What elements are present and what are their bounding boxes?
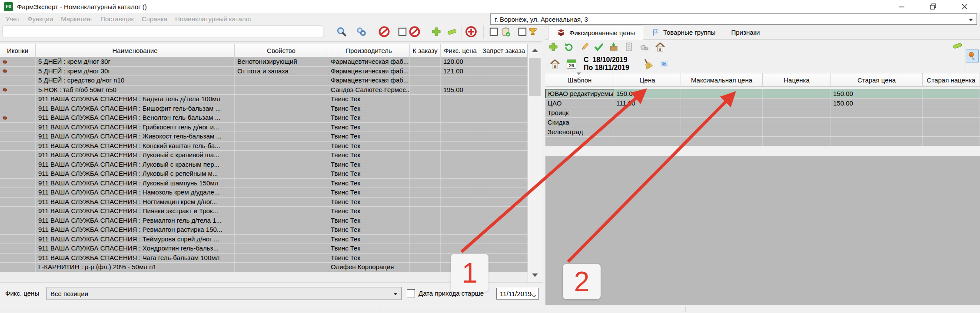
menu-item[interactable]: Поставщик	[96, 15, 138, 23]
table-cell	[0, 104, 36, 113]
branch-address-combobox[interactable]: г. Воронеж, ул. Арсенальная, 3	[490, 13, 977, 25]
table-row[interactable]: 911 ВАША СЛУЖБА СПАСЕНИЯ : Луковый с кра…	[0, 151, 528, 160]
tab-attributes[interactable]: Признаки	[724, 25, 768, 40]
column-header[interactable]: Старая наценка	[923, 73, 980, 86]
erase-button[interactable]	[638, 41, 651, 53]
column-header[interactable]: К заказу	[410, 44, 441, 57]
rowflag-icon	[2, 68, 8, 74]
restore-button[interactable]	[917, 0, 949, 13]
positions-combobox[interactable]: Все позиции	[47, 287, 402, 300]
table-row[interactable]: Зеленоград	[545, 127, 980, 137]
table-row[interactable]: 911 ВАША СЛУЖБА СПАСЕНИЯ : Луковый шампу…	[0, 179, 528, 188]
calendar-icon: 26	[565, 58, 578, 70]
table-row[interactable]: 911 ВАША СЛУЖБА СПАСЕНИЯ : Бадяга гель д…	[0, 95, 528, 104]
menu-item[interactable]: Маркетинг	[57, 15, 96, 23]
scrollbar-thumb[interactable]	[529, 58, 541, 96]
column-header[interactable]: Свойство	[235, 44, 328, 57]
pin-strip	[964, 40, 980, 72]
table-row[interactable]: 911 ВАША СЛУЖБА СПАСЕНИЯ : Пиявки экстра…	[0, 207, 528, 216]
table-row[interactable]: 911 ВАША СЛУЖБА СПАСЕНИЯ : Бишофит гель-…	[0, 104, 528, 114]
checkbox-button[interactable]	[396, 26, 409, 38]
table-row[interactable]: ЮВАО редактируемый150.00150.00	[545, 89, 980, 99]
search-input[interactable]	[3, 26, 323, 37]
trophy-button[interactable]	[527, 26, 539, 38]
tab-product-groups[interactable]: Товарные группы	[643, 25, 724, 40]
panel-splitter[interactable]	[541, 41, 545, 305]
calendar-button[interactable]: 26	[565, 57, 578, 71]
column-header[interactable]: Фикс. цена	[441, 44, 480, 57]
broom-button[interactable]	[641, 57, 654, 71]
prices-icon	[556, 28, 566, 38]
checkbox-button[interactable]	[488, 26, 500, 38]
table-row[interactable]: L-КАРНИТИН : р-р (фл.) 20% - 50мл n1Олиф…	[0, 263, 528, 272]
menu-item[interactable]: Номенклатурный каталог	[171, 15, 256, 23]
close-button[interactable]	[949, 0, 980, 13]
table-row[interactable]: 911 ВАША СЛУЖБА СПАСЕНИЯ : Живокост гель…	[0, 132, 528, 142]
scroll-down-button[interactable]	[528, 269, 541, 282]
column-header[interactable]: Производитель	[328, 44, 410, 57]
paste-button[interactable]	[500, 26, 512, 38]
arrival-date-checkbox[interactable]	[407, 289, 415, 297]
remove-button[interactable]	[446, 26, 458, 38]
block-button[interactable]	[378, 26, 390, 38]
table-row[interactable]: 911 ВАША СЛУЖБА СПАСЕНИЯ : Ревмалгон рас…	[0, 225, 528, 235]
column-header[interactable]: Шаблон	[545, 73, 614, 86]
table-row[interactable]: 5 ДНЕЙ : крем д/ног 30гВенотонизирующийФ…	[0, 57, 528, 67]
undo-button[interactable]	[563, 41, 575, 53]
chevron-down-icon	[969, 19, 973, 21]
column-header[interactable]: Старая цена	[831, 73, 923, 86]
table-row[interactable]: 5 ДНЕЙ : крем д/ног 30гОт пота и запахаФ…	[0, 67, 528, 76]
table-row[interactable]: ЦАО111.00150.00	[545, 99, 980, 108]
table-row[interactable]: 911 ВАША СЛУЖБА СПАСЕНИЯ : Конский кашта…	[0, 142, 528, 151]
journal-button[interactable]	[623, 41, 635, 53]
block-button[interactable]	[409, 26, 421, 38]
minimize-button[interactable]	[886, 0, 917, 13]
column-header[interactable]: Цена	[614, 73, 681, 86]
table-row[interactable]: 911 ВАША СЛУЖБА СПАСЕНИЯ : Венолгон гель…	[0, 113, 528, 123]
table-cell	[410, 57, 441, 66]
menu-item[interactable]: Учет	[2, 15, 23, 23]
column-header[interactable]: Максимальная цена	[681, 73, 763, 86]
table-row[interactable]: 911 ВАША СЛУЖБА СПАСЕНИЯ : Луковый с реп…	[0, 169, 528, 179]
column-header[interactable]: Наценка	[763, 73, 831, 86]
table-row[interactable]: 911 ВАША СЛУЖБА СПАСЕНИЯ : Ногтимицин кр…	[0, 198, 528, 207]
table-row[interactable]: 911 ВАША СЛУЖБА СПАСЕНИЯ : Грибкосепт ге…	[0, 123, 528, 132]
table-row[interactable]: 911 ВАША СЛУЖБА СПАСЕНИЯ : Намозоль крем…	[0, 188, 528, 198]
table-row[interactable]: 911 ВАША СЛУЖБА СПАСЕНИЯ : Чага гель-бал…	[0, 254, 528, 263]
column-header[interactable]: Наименование	[36, 44, 235, 57]
link-button[interactable]	[355, 26, 368, 38]
search-button[interactable]	[336, 26, 348, 38]
table-row[interactable]: Троицк	[545, 108, 980, 118]
home-button[interactable]	[548, 57, 562, 71]
column-header[interactable]: Запрет заказа	[480, 44, 528, 57]
home-button[interactable]	[654, 41, 666, 53]
add-button[interactable]	[430, 26, 442, 38]
table-row[interactable]: 5 ДНЕЙ : средство д/ног n10Фармацевтичес…	[0, 76, 528, 86]
add-circle-button[interactable]	[465, 26, 477, 38]
vertical-scrollbar[interactable]	[528, 44, 541, 282]
column-header[interactable]: Иконки	[0, 44, 36, 57]
table-row[interactable]: 911 ВАША СЛУЖБА СПАСЕНИЯ : Луковый с кра…	[0, 160, 528, 170]
table-cell: 150.00	[831, 99, 923, 108]
apply-button[interactable]	[593, 41, 605, 53]
table-row[interactable]: 911 ВАША СЛУЖБА СПАСЕНИЯ : Ревмалгон гел…	[0, 216, 528, 226]
table-cell: Твинс Тек	[328, 160, 410, 169]
tab-fixed-prices[interactable]: Фиксированные цены	[548, 26, 643, 40]
import-button[interactable]	[608, 41, 620, 53]
table-cell	[614, 108, 681, 117]
table-row[interactable]: 911 ВАША СЛУЖБА СПАСЕНИЯ : Хондроитин ге…	[0, 244, 528, 254]
arrival-date-picker[interactable]: 11/11/2019	[496, 288, 539, 300]
percent-button[interactable]: %	[657, 57, 671, 71]
menu-item[interactable]: Функции	[23, 15, 57, 23]
remove-button[interactable]	[952, 41, 963, 50]
edit-button[interactable]	[578, 41, 591, 53]
table-cell	[0, 244, 36, 253]
pin-button[interactable]	[966, 49, 979, 63]
table-row[interactable]: 5-НОК : таб п/об 50мг n50Сандоз-Салютес-…	[0, 86, 528, 95]
table-row[interactable]: 911 ВАША СЛУЖБА СПАСЕНИЯ : Теймурова спр…	[0, 235, 528, 244]
table-row[interactable]: Скидка	[545, 118, 980, 127]
table-cell	[235, 254, 328, 263]
menu-item[interactable]: Справка	[138, 15, 171, 23]
add-button[interactable]	[547, 41, 559, 53]
scroll-up-button[interactable]	[528, 44, 541, 57]
